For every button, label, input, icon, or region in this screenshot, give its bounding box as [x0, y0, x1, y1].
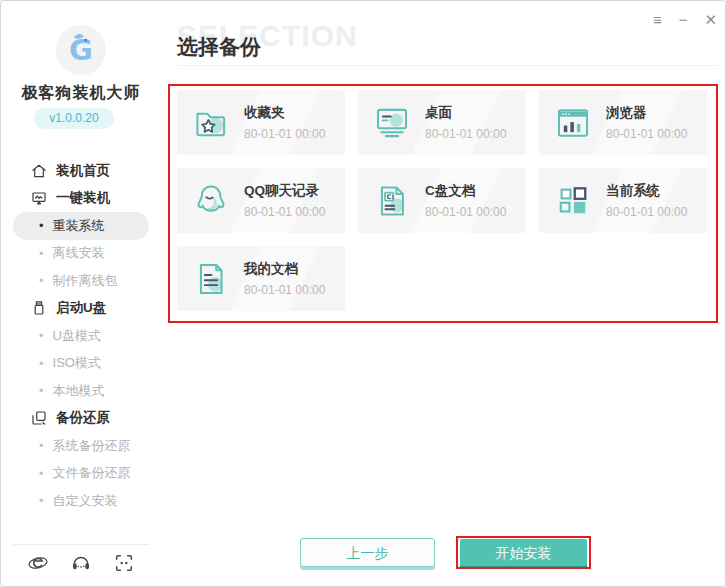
backup-time: 80-01-01 00:00: [244, 127, 325, 141]
bullet-icon: •: [39, 247, 44, 260]
start-install-button[interactable]: 开始安装: [460, 539, 587, 566]
backup-name: 我的文档: [244, 260, 325, 278]
close-button[interactable]: ✕: [704, 11, 717, 29]
sidebar-item-file-backup-restore[interactable]: • 文件备份还原: [13, 460, 149, 488]
favorites-folder-icon: [190, 102, 232, 144]
sidebar-footer-divider: [13, 544, 149, 545]
svg-text:C:: C:: [387, 193, 394, 201]
backup-restore-icon: [31, 410, 47, 426]
sidebar-item-home[interactable]: 装机首页: [13, 157, 149, 185]
title-divider: [177, 65, 719, 66]
ie-browser-icon[interactable]: [27, 552, 49, 574]
backup-name: 收藏夹: [244, 104, 325, 122]
backup-card-qq-chat[interactable]: QQ聊天记录 80-01-01 00:00: [177, 168, 345, 233]
bullet-icon: •: [39, 384, 44, 397]
page-title: 选择备份: [177, 33, 261, 61]
logo-dog-icon: G: [56, 25, 106, 75]
window-controls: ≡ − ✕: [653, 11, 717, 29]
sidebar-menu: 装机首页 一键装机 • 重装系统 • 离线安装: [1, 157, 161, 515]
backup-name: 浏览器: [606, 104, 687, 122]
backup-time: 80-01-01 00:00: [606, 205, 687, 219]
sidebar-item-usb-mode[interactable]: • U盘模式: [13, 322, 149, 350]
app-name: 极客狗装机大师: [1, 83, 161, 104]
sidebar-item-iso-mode[interactable]: • ISO模式: [13, 350, 149, 378]
main-content: ≡ − ✕ SELECTION 选择备份 收藏夹 80-01-01 00:00: [161, 1, 726, 586]
previous-step-button[interactable]: 上一步: [300, 538, 435, 567]
app-logo: G: [1, 25, 161, 79]
sidebar-item-boot-usb[interactable]: 启动U盘: [13, 295, 149, 323]
sidebar-item-backup-restore[interactable]: 备份还原: [13, 405, 149, 433]
desktop-icon: [371, 102, 413, 144]
sidebar-footer: [1, 552, 161, 574]
sidebar-item-custom-install[interactable]: • 自定义安装: [13, 487, 149, 515]
my-documents-icon: [190, 258, 232, 300]
backup-card-current-system[interactable]: 当前系统 80-01-01 00:00: [539, 168, 707, 233]
sidebar-item-label: 本地模式: [53, 382, 105, 400]
backup-card-desktop[interactable]: 桌面 80-01-01 00:00: [358, 90, 526, 155]
c-drive-document-icon: C:: [371, 180, 413, 222]
sidebar-item-make-offline-pack[interactable]: • 制作离线包: [13, 267, 149, 295]
backup-time: 80-01-01 00:00: [244, 283, 325, 297]
sidebar-item-label: 文件备份还原: [53, 464, 131, 482]
backup-card-browser[interactable]: 浏览器 80-01-01 00:00: [539, 90, 707, 155]
sidebar-item-label: 装机首页: [56, 162, 110, 180]
bullet-icon: •: [39, 329, 44, 342]
svg-text:G: G: [69, 33, 93, 67]
backup-time: 80-01-01 00:00: [244, 205, 325, 219]
sidebar-item-label: 自定义安装: [53, 492, 118, 510]
bullet-icon: •: [39, 467, 44, 480]
backup-card-my-documents[interactable]: 我的文档 80-01-01 00:00: [177, 246, 345, 311]
bullet-icon: •: [39, 494, 44, 507]
sidebar-item-label: ISO模式: [53, 354, 101, 372]
sidebar-item-system-backup-restore[interactable]: • 系统备份还原: [13, 432, 149, 460]
backup-grid: 收藏夹 80-01-01 00:00 桌面: [177, 90, 721, 311]
backup-name: 当前系统: [606, 182, 687, 200]
sidebar-item-one-key-install[interactable]: 一键装机: [13, 185, 149, 213]
sidebar: G 极客狗装机大师 v1.0.0.20 装机首页: [1, 1, 161, 586]
sidebar-item-label: 一键装机: [56, 189, 110, 207]
qq-penguin-icon: [190, 180, 232, 222]
sidebar-item-label: 系统备份还原: [53, 437, 131, 455]
sidebar-item-label: 启动U盘: [56, 299, 106, 317]
backup-time: 80-01-01 00:00: [606, 127, 687, 141]
browser-window-icon: [552, 102, 594, 144]
backup-card-c-drive-docs[interactable]: C: C盘文档 80-01-01 00:00: [358, 168, 526, 233]
bullet-icon: •: [39, 439, 44, 452]
minimize-button[interactable]: −: [679, 11, 688, 29]
backup-name: QQ聊天记录: [244, 182, 325, 200]
bullet-icon: •: [39, 357, 44, 370]
monitor-icon: [31, 190, 47, 206]
headset-support-icon[interactable]: [70, 552, 92, 574]
home-icon: [31, 163, 47, 179]
bullet-icon: •: [39, 274, 44, 287]
sidebar-item-local-mode[interactable]: • 本地模式: [13, 377, 149, 405]
sidebar-item-offline-install[interactable]: • 离线安装: [13, 240, 149, 268]
usb-drive-icon: [31, 300, 47, 316]
sidebar-item-label: U盘模式: [53, 327, 101, 345]
sidebar-item-label: 重装系统: [53, 217, 105, 235]
window-menu-icon[interactable]: ≡: [653, 11, 662, 29]
backup-time: 80-01-01 00:00: [425, 205, 506, 219]
qr-scan-icon[interactable]: [113, 552, 135, 574]
sidebar-item-reinstall-system[interactable]: • 重装系统: [13, 212, 149, 240]
version-badge: v1.0.0.20: [34, 108, 114, 129]
app-window: G 极客狗装机大师 v1.0.0.20 装机首页: [0, 0, 726, 587]
backup-name: 桌面: [425, 104, 506, 122]
backup-card-favorites[interactable]: 收藏夹 80-01-01 00:00: [177, 90, 345, 155]
sidebar-item-label: 备份还原: [56, 409, 110, 427]
backup-name: C盘文档: [425, 182, 506, 200]
sidebar-item-label: 制作离线包: [53, 272, 118, 290]
bullet-icon: •: [39, 219, 44, 232]
backup-time: 80-01-01 00:00: [425, 127, 506, 141]
current-system-icon: [552, 180, 594, 222]
sidebar-item-label: 离线安装: [53, 244, 105, 262]
